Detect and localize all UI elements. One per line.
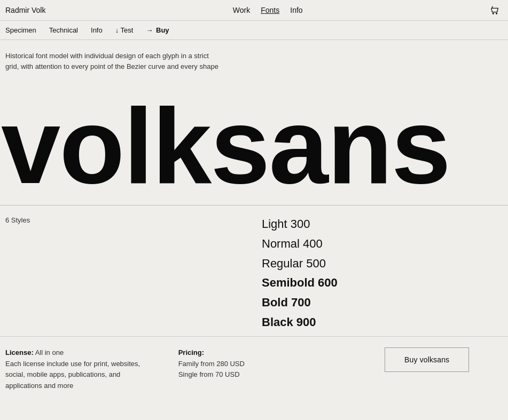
style-semibold: Semibold 600 xyxy=(262,275,503,291)
subnav-technical[interactable]: Technical xyxy=(49,26,78,34)
subnav-specimen[interactable]: Specimen xyxy=(5,26,36,34)
styles-count: 6 Styles xyxy=(5,216,262,331)
license-label: License: xyxy=(5,348,34,356)
buy-button[interactable]: Buy volksans xyxy=(385,347,469,372)
license-title: All in one xyxy=(35,348,64,356)
nav-fonts[interactable]: Fonts xyxy=(261,6,279,14)
subnav-test[interactable]: ↓ Test xyxy=(115,26,134,34)
license-block: License: All in one Each license include… xyxy=(5,347,157,392)
style-black: Black 900 xyxy=(262,314,503,331)
nav-work[interactable]: Work xyxy=(233,6,250,14)
nav-info[interactable]: Info xyxy=(290,6,302,14)
subnav-buy[interactable]: → Buy xyxy=(146,26,169,34)
header: Radmir Volk Work Fonts Info xyxy=(0,0,508,21)
subnav-info[interactable]: Info xyxy=(91,26,103,34)
svg-point-1 xyxy=(496,13,497,14)
pricing-family: Family from 280 USD xyxy=(178,360,245,368)
main-nav: Work Fonts Info xyxy=(233,6,303,14)
font-description: Historical font model with individual de… xyxy=(0,40,224,77)
style-bold: Bold 700 xyxy=(262,295,503,311)
font-display-text: volksans xyxy=(0,93,508,200)
svg-point-0 xyxy=(493,13,494,14)
cart-icon[interactable] xyxy=(490,5,499,15)
license-description: Each license include use for print, webs… xyxy=(5,360,140,390)
styles-section: 6 Styles Light 300 Normal 400 Regular 50… xyxy=(0,205,508,336)
buy-block: Buy volksans xyxy=(351,347,503,372)
bottom-section: License: All in one Each license include… xyxy=(0,336,508,402)
style-light: Light 300 xyxy=(262,216,503,233)
pricing-block: Pricing: Family from 280 USD Single from… xyxy=(178,347,330,381)
sub-nav: Specimen Technical Info ↓ Test → Buy xyxy=(0,21,508,40)
site-logo[interactable]: Radmir Volk xyxy=(5,6,45,14)
font-display-area: volksans xyxy=(0,77,508,205)
pricing-label: Pricing: xyxy=(178,348,204,356)
pricing-single: Single from 70 USD xyxy=(178,370,240,378)
style-regular: Regular 500 xyxy=(262,256,503,272)
styles-list: Light 300 Normal 400 Regular 500 Semibol… xyxy=(262,216,503,331)
style-normal: Normal 400 xyxy=(262,236,503,252)
